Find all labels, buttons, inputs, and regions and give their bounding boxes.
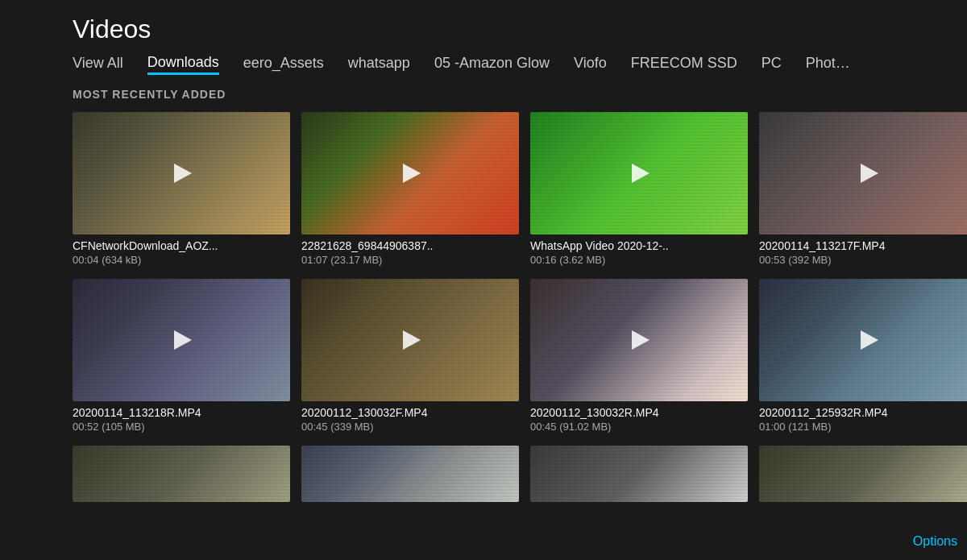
section-label: MOST RECENTLY ADDED	[0, 88, 967, 112]
video-name: WhatsApp Video 2020-12-..	[530, 239, 748, 252]
video-grid: CFNetworkDownload_AOZ...00:04 (634 kB)22…	[0, 112, 967, 434]
play-button[interactable]	[853, 326, 882, 355]
video-card[interactable]: 20200112_130032F.MP400:45 (339 MB)	[301, 279, 519, 434]
video-name: 20200112_130032R.MP4	[530, 406, 748, 419]
nav-item-viofo[interactable]: Viofo	[574, 52, 607, 75]
video-meta: 01:07 (23.17 MB)	[301, 254, 519, 266]
video-name: 20200112_125932R.MP4	[759, 406, 967, 419]
nav-item-freecom-ssd[interactable]: FREECOM SSD	[631, 52, 737, 75]
nav-item-whatsapp[interactable]: whatsapp	[348, 52, 410, 75]
video-card[interactable]: 20200114_113217F.MP400:53 (392 MB)	[759, 112, 967, 268]
video-meta: 00:45 (339 MB)	[301, 421, 519, 433]
video-card[interactable]: 20200112_130032R.MP400:45 (91.02 MB)	[530, 279, 748, 434]
video-card[interactable]: 20200112_125932R.MP401:00 (121 MB)	[759, 279, 967, 434]
nav-item-pc[interactable]: PC	[762, 52, 782, 75]
video-meta: 01:00 (121 MB)	[759, 421, 967, 433]
nav-item-view-all[interactable]: View All	[73, 52, 123, 75]
video-card[interactable]: CFNetworkDownload_AOZ...00:04 (634 kB)	[73, 112, 290, 268]
video-meta: 00:16 (3.62 MB)	[530, 254, 748, 266]
partial-row	[0, 434, 967, 502]
video-meta: 00:53 (392 MB)	[759, 254, 967, 266]
partial-thumbnail[interactable]	[301, 446, 519, 502]
partial-thumbnail[interactable]	[759, 446, 967, 502]
play-button[interactable]	[625, 159, 654, 188]
video-name: 22821628_69844906387..	[301, 239, 519, 252]
partial-thumbnail[interactable]	[73, 446, 290, 502]
video-name: 20200114_113218R.MP4	[73, 406, 290, 419]
nav-item-eero_assets[interactable]: eero_Assets	[243, 52, 324, 75]
play-button[interactable]	[853, 159, 882, 188]
options-button[interactable]: Options	[913, 534, 957, 549]
video-meta: 00:04 (634 kB)	[73, 254, 290, 266]
play-button[interactable]	[167, 326, 196, 355]
play-button[interactable]	[625, 326, 654, 355]
video-name: 20200114_113217F.MP4	[759, 239, 967, 252]
play-button[interactable]	[396, 159, 425, 188]
video-meta: 00:45 (91.02 MB)	[530, 421, 748, 433]
video-card[interactable]: WhatsApp Video 2020-12-..00:16 (3.62 MB)	[530, 112, 748, 268]
page-title: Videos	[0, 0, 967, 51]
video-card[interactable]: 20200114_113218R.MP400:52 (105 MB)	[73, 279, 290, 434]
nav-item-downloads[interactable]: Downloads	[147, 51, 219, 75]
nav-item-05--amazon-glow[interactable]: 05 -Amazon Glow	[434, 52, 550, 75]
navigation-bar: View AllDownloadseero_Assetswhatsapp05 -…	[0, 51, 967, 75]
video-name: 20200112_130032F.MP4	[301, 406, 519, 419]
video-meta: 00:52 (105 MB)	[73, 421, 290, 433]
video-name: CFNetworkDownload_AOZ...	[73, 239, 290, 252]
play-button[interactable]	[396, 326, 425, 355]
partial-thumbnail[interactable]	[530, 446, 748, 502]
nav-item-phot…[interactable]: Phot…	[806, 52, 850, 75]
video-card[interactable]: 22821628_69844906387..01:07 (23.17 MB)	[301, 112, 519, 268]
play-button[interactable]	[167, 159, 196, 188]
